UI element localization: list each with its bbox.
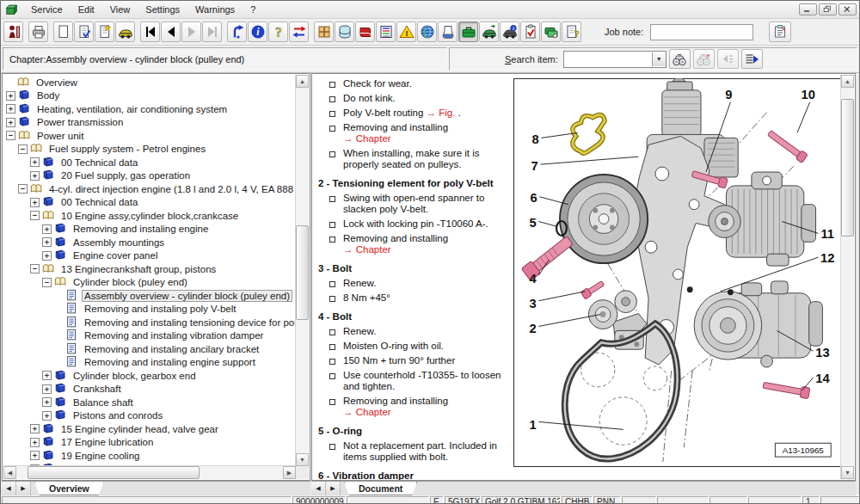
restore-button[interactable]: [819, 3, 837, 15]
tree-item[interactable]: +20 Fuel supply, gas operation: [3, 169, 296, 183]
list-button[interactable]: [376, 22, 396, 42]
tree-item-label[interactable]: 00 Technical data: [58, 157, 140, 168]
tree-item[interactable]: +Balance shaft: [3, 396, 296, 409]
tree-item[interactable]: Overview: [3, 76, 296, 89]
chevron-down-icon[interactable]: ▼: [652, 52, 666, 66]
checklist-button[interactable]: [520, 22, 540, 42]
tree-item-label[interactable]: Pistons and conrods: [71, 410, 165, 421]
expand-icon[interactable]: +: [42, 411, 52, 421]
toolbox-button[interactable]: [458, 22, 478, 42]
vehicle-data-button[interactable]: [115, 22, 135, 42]
expand-icon[interactable]: +: [30, 198, 40, 207]
tree-item[interactable]: −13 Enginecrankshaft group, pistons: [3, 262, 296, 276]
doc-vscroll-thumb[interactable]: [841, 99, 854, 237]
expand-icon[interactable]: +: [30, 157, 40, 167]
eco-car-button[interactable]: [479, 22, 499, 42]
tree-item[interactable]: +Power transmission: [3, 116, 296, 130]
nav-first-button[interactable]: [140, 22, 160, 42]
expand-icon[interactable]: +: [42, 371, 52, 380]
tree-item[interactable]: +15 Engine cylinder head, valve gear: [3, 422, 296, 436]
scroll-right-icon[interactable]: ▶: [283, 466, 296, 479]
tree-item[interactable]: +Pistons and conrods: [3, 409, 296, 423]
collapse-icon[interactable]: −: [18, 184, 28, 194]
document-vertical-scrollbar[interactable]: ▲ ▼: [840, 75, 854, 479]
tab-scroll-right-icon[interactable]: ▶: [326, 482, 341, 495]
tree-item[interactable]: −Power unit: [3, 129, 296, 143]
menu-help[interactable]: ?: [243, 3, 263, 16]
tree-item[interactable]: Removing and instaling poly V-belt: [3, 303, 296, 317]
scroll-left-icon[interactable]: ◀: [3, 466, 16, 479]
expand-icon[interactable]: +: [6, 91, 15, 101]
job-note-input[interactable]: [650, 24, 753, 40]
scroll-down-icon[interactable]: ▼: [296, 453, 309, 466]
tab-scroll-left-icon[interactable]: ◀: [311, 482, 326, 495]
tree-item[interactable]: Assembly overview - cylinder block (pule…: [3, 289, 296, 303]
tree-item-label[interactable]: 00 Technical data: [58, 197, 140, 207]
tree-item-label[interactable]: 13 Enginecrankshaft group, pistons: [58, 264, 218, 274]
tree-item-label[interactable]: Removing and instaling ancilary bracket: [82, 344, 261, 354]
tree-item[interactable]: +19 Engine cooling: [3, 449, 296, 463]
doc-link[interactable]: → Chapter: [343, 407, 391, 417]
tab-document[interactable]: Document: [344, 482, 417, 495]
tree-item-label[interactable]: 19 Engine cooling: [58, 451, 142, 461]
tree-item-label[interactable]: 15 Engine cylinder head, valve gear: [58, 424, 221, 434]
tree-item[interactable]: +Cylinder block, gearbox end: [3, 369, 296, 383]
tree-item-label[interactable]: Body: [34, 90, 62, 101]
doc-link[interactable]: → Chapter: [343, 133, 391, 144]
menu-service[interactable]: Service: [23, 3, 71, 16]
expand-icon[interactable]: +: [30, 438, 40, 447]
tree-item-label[interactable]: Balance shaft: [71, 397, 136, 408]
window-grid-button[interactable]: [314, 22, 334, 42]
tree-item[interactable]: +00 Technical data: [3, 196, 296, 210]
tree-item[interactable]: −Fuel supply system - Petrol engines: [3, 143, 296, 157]
tree-item[interactable]: +00 Technical data: [3, 156, 296, 169]
print-button[interactable]: [28, 22, 48, 42]
tree-item[interactable]: +Crankshaft: [3, 383, 296, 396]
tree-item-label[interactable]: 4-cyl. direct injection engine (1.8 l an…: [46, 184, 296, 194]
scroll-down-icon[interactable]: ▼: [841, 466, 854, 479]
collapse-icon[interactable]: −: [30, 264, 40, 274]
scroll-up-icon[interactable]: ▲: [296, 75, 309, 88]
tree-item-label[interactable]: Heating, ventilation, air conditioning s…: [34, 104, 230, 114]
edit-document-button[interactable]: [74, 22, 94, 42]
collapse-icon[interactable]: −: [30, 211, 40, 220]
tree-item-label[interactable]: Engine cover panel: [71, 250, 160, 261]
expand-icon[interactable]: +: [30, 451, 40, 460]
tree-item[interactable]: +Engine cover panel: [3, 249, 296, 263]
tree-vertical-scrollbar[interactable]: ▲ ▼: [295, 75, 309, 466]
tree-item-label[interactable]: Assembly mountings: [71, 237, 167, 248]
tree-item[interactable]: +17 Engine lubrication: [3, 436, 296, 450]
collapse-icon[interactable]: −: [6, 131, 15, 140]
info-button[interactable]: i: [248, 22, 267, 42]
tree-item[interactable]: +Body: [3, 89, 296, 103]
expand-icon[interactable]: +: [30, 424, 40, 433]
tab-scroll-left-icon[interactable]: ◀: [2, 482, 16, 495]
tree-item[interactable]: Removing and instaling engine support: [3, 356, 296, 370]
minimize-button[interactable]: [799, 3, 817, 15]
database-button[interactable]: [335, 22, 354, 42]
beaker-button[interactable]: [438, 22, 458, 42]
tab-overview[interactable]: Overview: [34, 482, 104, 495]
menu-warnings[interactable]: Warnings: [187, 3, 243, 16]
help-button[interactable]: ?: [268, 22, 288, 42]
tree-item-label[interactable]: Crankshaft: [71, 384, 124, 394]
template-document-button[interactable]: [95, 22, 114, 42]
tree-item-label[interactable]: Power transmission: [34, 117, 126, 127]
search-button[interactable]: [669, 49, 691, 69]
expand-icon[interactable]: +: [42, 251, 52, 261]
expand-icon[interactable]: +: [42, 237, 52, 247]
goto-document-button[interactable]: [741, 49, 763, 69]
tree-item-label[interactable]: Cylinder block, gearbox end: [71, 371, 199, 381]
expand-icon[interactable]: +: [42, 384, 52, 394]
doc-link[interactable]: → Chapter: [343, 244, 391, 255]
expand-icon[interactable]: +: [6, 104, 15, 114]
tree-item-label[interactable]: Fuel supply system - Petrol engines: [46, 144, 208, 154]
doc-help-button[interactable]: ?: [562, 22, 581, 42]
search-next-button[interactable]: [693, 49, 715, 69]
nav-last-button[interactable]: [202, 22, 222, 42]
tree-vscroll-thumb[interactable]: [296, 225, 309, 320]
nav-forward-button[interactable]: [181, 22, 201, 42]
globe-button[interactable]: [417, 22, 437, 42]
tree-item-label[interactable]: 10 Engine assy,cylinder block,crankcase: [58, 211, 241, 221]
tree-item[interactable]: Removing and instaling tensioning device…: [3, 316, 296, 329]
